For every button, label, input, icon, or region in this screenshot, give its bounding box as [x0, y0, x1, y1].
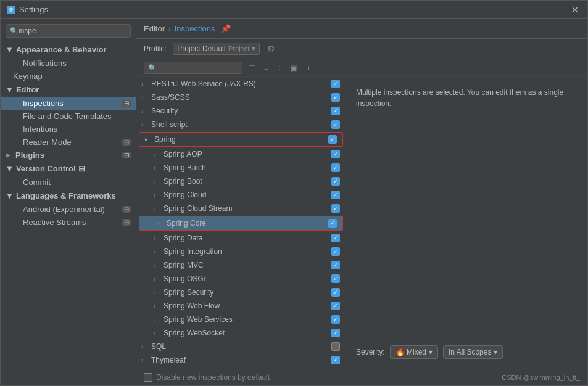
sidebar-item-languages[interactable]: ▼ Languages & Frameworks — [1, 189, 136, 203]
filter-search-wrap[interactable]: 🔍 — [144, 62, 242, 74]
add-icon[interactable]: + — [304, 62, 314, 74]
sidebar-item-label: Reader Mode — [23, 138, 72, 147]
insp-spring-data[interactable]: › Spring Data — [136, 231, 346, 245]
insp-restful[interactable]: › RESTful Web Service (JAX-RS) — [136, 77, 346, 91]
insp-checkbox[interactable] — [331, 79, 341, 89]
insp-checkbox[interactable] — [331, 92, 341, 102]
sidebar-item-label: Android (Experimental) — [23, 205, 105, 214]
insp-item-label: Spring — [153, 135, 328, 144]
insp-checkbox[interactable] — [331, 106, 341, 116]
profile-select[interactable]: Project Default Project ▾ — [173, 43, 260, 55]
sidebar-item-android[interactable]: Android (Experimental) ⊟ — [1, 203, 136, 216]
sidebar-item-reactive[interactable]: Reactive Streams ⊟ — [1, 216, 136, 229]
insp-checkbox[interactable] — [331, 260, 341, 270]
chevron-right-icon: › — [154, 178, 162, 185]
sidebar-item-file-templates[interactable]: File and Code Templates — [1, 110, 136, 123]
chevron-right-icon: › — [141, 81, 150, 88]
collapse-all-icon[interactable]: ÷ — [275, 62, 284, 74]
filter-icon[interactable]: ⊤ — [246, 62, 258, 74]
insp-checkbox[interactable] — [331, 163, 341, 173]
insp-checkbox[interactable] — [331, 247, 341, 257]
sidebar-item-label: File and Code Templates — [23, 112, 112, 121]
inspection-description: Multiple inspections are selected. You c… — [356, 87, 578, 109]
insp-sql[interactable]: › SQL — [136, 340, 346, 353]
window-title: Settings — [19, 5, 48, 14]
insp-spring-security[interactable]: › Spring Security — [136, 285, 346, 299]
sidebar-item-intentions[interactable]: Intentions — [1, 123, 136, 136]
sidebar-item-inspections[interactable]: Inspections ⊟ — [1, 97, 136, 110]
insp-checkbox[interactable] — [331, 120, 341, 129]
sidebar-search-input[interactable] — [19, 27, 126, 35]
inspection-list: › RESTful Web Service (JAX-RS) › Sass/SC… — [136, 77, 346, 369]
insp-checkbox[interactable] — [331, 301, 341, 311]
sidebar-search-wrap[interactable]: 🔍 — [6, 24, 131, 38]
insp-spring-cloud-stream[interactable]: › Spring Cloud Stream — [136, 202, 346, 215]
insp-spring-aop[interactable]: › Spring AOP — [136, 147, 346, 161]
chevron-down-icon: ▼ — [6, 191, 14, 200]
severity-select[interactable]: 🔥 Mixed ▾ — [390, 345, 438, 359]
gear-button[interactable]: ⚙ — [266, 43, 276, 55]
sidebar-item-appearance[interactable]: ▼ Appearance & Behavior — [1, 43, 136, 57]
sidebar-tree: ▼ Appearance & Behavior Notifications Ke… — [1, 43, 136, 385]
insp-item-label: Spring AOP — [162, 150, 331, 158]
sidebar-group-label: Editor — [16, 85, 39, 94]
sidebar-item-editor[interactable]: ▼ Editor — [1, 83, 136, 97]
insp-checkbox[interactable] — [331, 274, 341, 284]
insp-shell[interactable]: › Shell script — [136, 118, 346, 131]
insp-checkbox[interactable] — [331, 149, 341, 159]
scope-select[interactable]: In All Scopes ▾ — [443, 345, 503, 359]
profile-label: Profile: — [144, 44, 167, 53]
disable-inspections-wrap[interactable]: Disable new inspections by default — [144, 373, 270, 382]
sidebar-group-label: Languages & Frameworks — [16, 191, 116, 200]
insp-checkbox[interactable] — [331, 176, 341, 186]
view-options-icon[interactable]: ▣ — [288, 62, 300, 74]
insp-item-label: Spring MVC — [162, 261, 331, 269]
sidebar-item-version-control[interactable]: ▼ Version Control ⊟ — [1, 162, 136, 176]
remove-icon[interactable]: − — [317, 62, 327, 74]
insp-checkbox[interactable] — [328, 218, 337, 228]
insp-checkbox[interactable] — [331, 203, 341, 213]
insp-checkbox[interactable] — [331, 233, 341, 243]
insp-spring-group[interactable]: ▾ Spring — [139, 132, 343, 147]
insp-spring-core[interactable]: › Spring Core — [139, 216, 343, 231]
insp-spring-osgi[interactable]: › Spring OSGi — [136, 272, 346, 285]
insp-checkbox[interactable] — [331, 342, 341, 351]
expand-all-icon[interactable]: ≡ — [262, 62, 271, 74]
close-button[interactable]: ✕ — [569, 5, 581, 15]
insp-spring-cloud[interactable]: › Spring Cloud — [136, 188, 346, 202]
insp-checkbox[interactable] — [331, 190, 341, 200]
insp-thymeleaf[interactable]: › Thymeleaf — [136, 353, 346, 367]
sidebar-item-reader-mode[interactable]: Reader Mode ⊟ — [1, 136, 136, 149]
insp-security[interactable]: › Security — [136, 104, 346, 118]
severity-row: Severity: 🔥 Mixed ▾ In All Scopes ▾ — [356, 345, 578, 359]
sidebar-item-keymap[interactable]: Keymap — [1, 70, 136, 83]
insp-spring-boot[interactable]: › Spring Boot — [136, 175, 346, 188]
insp-spring-web-services[interactable]: › Spring Web Services — [136, 313, 346, 326]
insp-item-label: RESTful Web Service (JAX-RS) — [150, 80, 331, 88]
chevron-down-icon: ▼ — [6, 45, 14, 54]
sidebar-item-label: Plugins — [15, 150, 44, 160]
insp-spring-integration[interactable]: › Spring Integration — [136, 245, 346, 258]
insp-checkbox[interactable] — [331, 328, 341, 338]
insp-spring-mvc[interactable]: › Spring MVC — [136, 258, 346, 272]
insp-checkbox[interactable] — [331, 287, 341, 297]
insp-spring-batch[interactable]: › Spring Batch — [136, 161, 346, 175]
reactive-badge: ⊟ — [122, 219, 131, 226]
inspections-badge: ⊟ — [122, 100, 131, 107]
title-bar: ⚙ Settings ✕ — [1, 1, 587, 19]
filter-input[interactable] — [157, 64, 231, 72]
sidebar-item-notifications[interactable]: Notifications — [1, 57, 136, 70]
insp-checkbox[interactable] — [328, 134, 337, 144]
insp-item-label: Spring WebSocket — [162, 329, 331, 337]
disable-checkbox[interactable] — [144, 373, 152, 382]
sidebar-item-commit[interactable]: Commit — [1, 176, 136, 189]
insp-spring-websocket[interactable]: › Spring WebSocket — [136, 326, 346, 340]
insp-item-label: Spring Integration — [162, 247, 331, 256]
insp-item-label: Shell script — [150, 120, 331, 129]
chevron-right-icon: › — [141, 121, 150, 128]
insp-sass[interactable]: › Sass/SCSS — [136, 91, 346, 104]
sidebar-item-plugins[interactable]: ▶ Plugins ⊟ — [1, 149, 136, 162]
insp-checkbox[interactable] — [331, 314, 341, 324]
insp-checkbox[interactable] — [331, 355, 341, 365]
insp-spring-web-flow[interactable]: › Spring Web Flow — [136, 299, 346, 313]
